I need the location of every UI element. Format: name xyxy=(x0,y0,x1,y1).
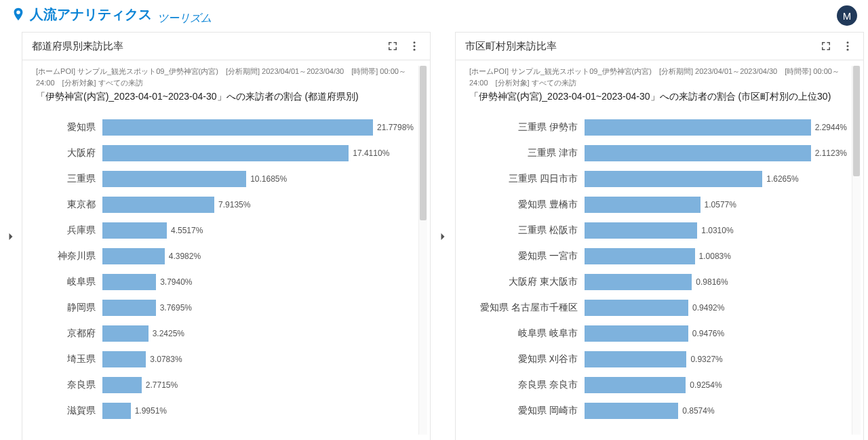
panel-body: [ホームPOI] サンプル_観光スポット09_伊勢神宮(内宮) [分析期間] 2… xyxy=(22,60,430,440)
chart-bar-wrap: 21.7798% xyxy=(102,119,414,136)
fullscreen-icon[interactable] xyxy=(820,40,832,52)
chart-bar-wrap: 1.0083% xyxy=(585,248,847,264)
chart-row: 愛知県 刈谷市0.9327% xyxy=(469,346,847,372)
sidebar-toggle-left[interactable] xyxy=(0,32,22,440)
chart-row: 大阪府17.4110% xyxy=(36,140,414,166)
chart-bar-wrap: 2.2944% xyxy=(585,119,847,136)
chart-row-label: 岐阜県 岐阜市 xyxy=(469,327,585,340)
chart-value: 2.1123% xyxy=(815,148,847,158)
chart-bar-wrap: 2.7715% xyxy=(102,377,414,393)
chart-row-label: 滋賀県 xyxy=(36,405,102,417)
chart-bar-wrap: 4.5517% xyxy=(102,222,414,239)
chart-value: 0.9476% xyxy=(692,329,724,338)
chevron-right-icon xyxy=(4,230,18,243)
chart-value: 2.2944% xyxy=(815,123,847,132)
avatar[interactable]: M xyxy=(837,5,857,26)
chart-title: 「伊勢神宮(内宮)_2023-04-01~2023-04-30」への来訪者の割合… xyxy=(36,91,425,103)
chart-row: 三重県 津市2.1123% xyxy=(469,140,847,166)
chart-row: 岐阜県3.7940% xyxy=(36,269,414,295)
chart-bar-wrap: 3.0783% xyxy=(102,351,414,367)
chevron-right-icon xyxy=(436,230,450,243)
chart-value: 0.9327% xyxy=(690,355,722,364)
chart-row-label: 東京都 xyxy=(36,199,102,211)
chart-row: 愛知県21.7798% xyxy=(36,115,414,140)
chart-row: 三重県 伊勢市2.2944% xyxy=(469,115,847,140)
chart-row-label: 三重県 四日市市 xyxy=(469,173,585,185)
chart-value: 17.4110% xyxy=(353,148,389,158)
chart-row-label: 埼玉県 xyxy=(36,353,102,365)
more-icon[interactable] xyxy=(842,40,854,52)
chart-row-label: 岐阜県 xyxy=(36,276,102,288)
chart-bar-wrap: 10.1685% xyxy=(102,171,414,187)
chart-bar xyxy=(585,377,686,393)
chart-bar-wrap: 7.9135% xyxy=(102,197,414,213)
brand-main: 人流アナリティクス xyxy=(30,5,152,24)
chart-row-label: 兵庫県 xyxy=(36,224,102,237)
chart-row-label: 愛知県 刈谷市 xyxy=(469,353,585,365)
chart-bar-wrap: 3.7695% xyxy=(102,300,414,316)
svg-point-0 xyxy=(414,41,416,43)
chart-value: 4.3982% xyxy=(169,252,201,261)
chart-bar-wrap: 0.9476% xyxy=(585,325,847,342)
chart-value: 1.0577% xyxy=(705,200,736,209)
chart-value: 1.0083% xyxy=(699,252,731,261)
panel-title: 市区町村別来訪比率 xyxy=(465,40,557,53)
svg-point-3 xyxy=(847,41,849,43)
svg-point-5 xyxy=(847,49,849,51)
chart-rows: 三重県 伊勢市2.2944%三重県 津市2.1123%三重県 四日市市1.626… xyxy=(469,115,847,435)
chart-row-label: 静岡県 xyxy=(36,302,102,314)
chart-bar-wrap: 0.9327% xyxy=(585,351,847,367)
chart-bar xyxy=(585,222,697,239)
chart-row-label: 愛知県 名古屋市千種区 xyxy=(469,302,585,314)
chart-bar-wrap: 1.0577% xyxy=(585,197,847,213)
chart-bar-wrap: 1.6265% xyxy=(585,171,847,187)
scrollbar-thumb[interactable] xyxy=(853,66,860,176)
scrollbar-thumb[interactable] xyxy=(420,66,427,220)
chart-row-label: 三重県 伊勢市 xyxy=(469,121,585,134)
more-icon[interactable] xyxy=(408,40,420,52)
chart-bar-wrap: 1.9951% xyxy=(102,403,414,419)
chart-bar xyxy=(585,274,692,290)
chart-bar xyxy=(585,248,695,264)
sidebar-toggle-mid[interactable] xyxy=(433,32,452,440)
chart-bar xyxy=(102,377,142,393)
chart-row: 大阪府 東大阪市0.9816% xyxy=(469,269,847,295)
chart-value: 0.8574% xyxy=(682,406,714,416)
brand-logo: 人流アナリティクス xyxy=(11,5,152,24)
chart-bar xyxy=(102,248,165,264)
chart-bar xyxy=(585,351,686,367)
chart-row: 東京都7.9135% xyxy=(36,192,414,218)
chart-value: 4.5517% xyxy=(171,226,203,235)
svg-point-4 xyxy=(847,45,849,47)
chart-value: 21.7798% xyxy=(377,123,414,132)
chart-meta: [ホームPOI] サンプル_観光スポット09_伊勢神宮(内宮) [分析期間] 2… xyxy=(469,66,858,88)
chart-row: 愛知県 一宮市1.0083% xyxy=(469,243,847,269)
chart-row-label: 愛知県 xyxy=(36,121,102,134)
chart-bar xyxy=(102,171,246,187)
chart-bar-wrap: 4.3982% xyxy=(102,248,414,264)
chart-title: 「伊勢神宮(内宮)_2023-04-01~2023-04-30」への来訪者の割合… xyxy=(469,91,858,103)
panel-prefecture: 都道府県別来訪比率 [ホームPOI] サンプル_観光スポット09_伊勢神宮(内宮… xyxy=(22,32,431,440)
chart-row-label: 三重県 xyxy=(36,173,102,185)
panel-actions xyxy=(820,40,854,52)
chart-value: 3.7940% xyxy=(160,277,192,287)
chart-bar xyxy=(585,403,678,419)
chart-bar xyxy=(102,351,146,367)
chart-bar xyxy=(102,300,156,316)
chart-bar xyxy=(585,197,701,213)
chart: 愛知県21.7798%大阪府17.4110%三重県10.1685%東京都7.91… xyxy=(36,115,414,435)
svg-point-2 xyxy=(414,49,416,51)
chart-row: 滋賀県1.9951% xyxy=(36,398,414,424)
panel-municipality: 市区町村別来訪比率 [ホームPOI] サンプル_観光スポット09_伊勢神宮(内宮… xyxy=(455,32,864,440)
chart-meta: [ホームPOI] サンプル_観光スポット09_伊勢神宮(内宮) [分析期間] 2… xyxy=(36,66,425,88)
chart-value: 1.9951% xyxy=(135,406,167,416)
chart-value: 7.9135% xyxy=(218,200,250,209)
fullscreen-icon[interactable] xyxy=(387,40,399,52)
brand: 人流アナリティクス ツーリズム xyxy=(11,5,212,26)
chart-row: 奈良県2.7715% xyxy=(36,372,414,398)
scrollbar[interactable] xyxy=(852,66,861,435)
chart-bar-wrap: 0.8574% xyxy=(585,403,847,419)
scrollbar[interactable] xyxy=(418,66,427,435)
chart-row-label: 大阪府 東大阪市 xyxy=(469,276,585,288)
chart-bar xyxy=(585,145,811,161)
